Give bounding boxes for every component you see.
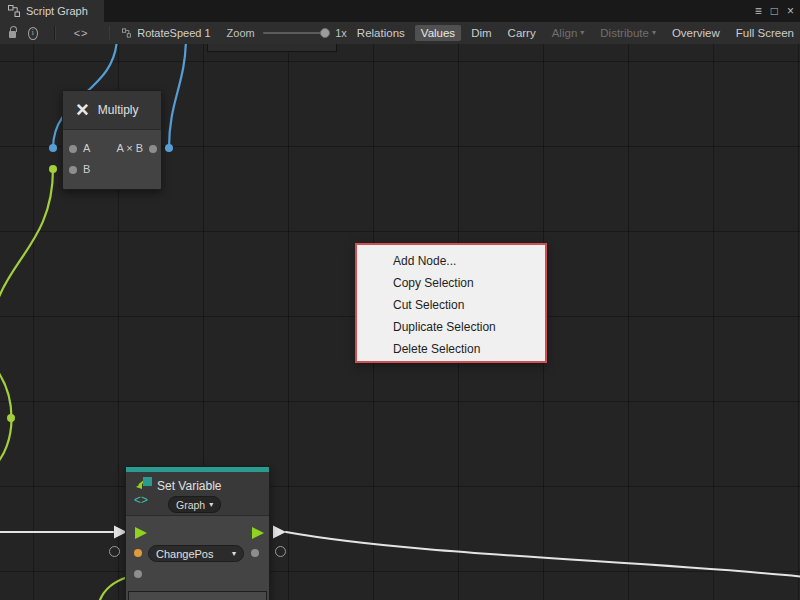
carry-button[interactable]: Carry bbox=[502, 25, 542, 41]
node-multiply-header[interactable]: × Multiply bbox=[63, 91, 161, 130]
window-controls: ≡ □ × bbox=[755, 0, 794, 22]
wire-blue-output bbox=[169, 44, 186, 148]
relations-button[interactable]: Relations bbox=[351, 25, 411, 41]
port-output[interactable] bbox=[149, 145, 157, 153]
menu-item-copy-selection[interactable]: Copy Selection bbox=[357, 272, 545, 294]
zoom-slider-knob[interactable] bbox=[320, 28, 330, 38]
graph-canvas[interactable]: × Multiply A A × B B <> Set Variable Gra… bbox=[0, 44, 800, 600]
port-b-input[interactable] bbox=[69, 166, 77, 174]
toolbar-divider bbox=[54, 26, 56, 40]
port-a-input[interactable] bbox=[69, 145, 77, 153]
menu-item-cut-selection[interactable]: Cut Selection bbox=[357, 294, 545, 316]
variable-scope-dropdown[interactable]: Graph ▾ bbox=[168, 496, 221, 513]
wire-green-b bbox=[0, 169, 53, 344]
maximize-icon[interactable]: □ bbox=[771, 0, 778, 22]
chevron-down-icon: ▾ bbox=[209, 501, 213, 509]
dim-button[interactable]: Dim bbox=[465, 25, 497, 41]
wire-white-flow-out bbox=[286, 532, 800, 577]
distribute-button[interactable]: Distribute ▾ bbox=[594, 25, 662, 41]
context-menu: Add Node... Copy Selection Cut Selection… bbox=[355, 243, 547, 363]
window-menu-icon[interactable]: ≡ bbox=[755, 0, 762, 22]
graph-nodes-icon bbox=[122, 27, 131, 39]
node-set-variable[interactable]: <> Set Variable Graph ▾ ChangePos ▾ bbox=[125, 466, 270, 600]
window-tab-bar: Script Graph ≡ □ × bbox=[0, 0, 800, 22]
wire-endpoint-blue-a[interactable] bbox=[49, 144, 57, 152]
script-graph-icon bbox=[8, 5, 20, 17]
node-title: Multiply bbox=[98, 103, 139, 117]
values-button[interactable]: Values bbox=[415, 25, 461, 41]
menu-item-add-node[interactable]: Add Node... bbox=[357, 250, 545, 272]
menu-item-duplicate-selection[interactable]: Duplicate Selection bbox=[357, 316, 545, 338]
variable-name-dropdown[interactable]: ChangePos ▾ bbox=[148, 545, 244, 562]
code-icon[interactable]: <> bbox=[74, 27, 89, 39]
value-input-port[interactable] bbox=[134, 549, 142, 557]
full-screen-button[interactable]: Full Screen bbox=[730, 25, 800, 41]
zoom-slider[interactable] bbox=[263, 27, 329, 39]
toolbar-divider bbox=[109, 26, 111, 40]
wire-endpoint-green-b[interactable] bbox=[49, 165, 57, 173]
svg-text:<>: <> bbox=[134, 493, 148, 507]
set-variable-icon: <> bbox=[134, 476, 154, 510]
port-b-label: B bbox=[83, 163, 90, 175]
flow-input-port[interactable] bbox=[135, 527, 147, 539]
tab-title: Script Graph bbox=[26, 5, 88, 17]
multiply-icon: × bbox=[76, 99, 89, 121]
wire-endpoint-blue-out[interactable] bbox=[165, 144, 173, 152]
port-a-label: A bbox=[83, 142, 90, 154]
graph-toolbar: <> RotateSpeed 1 Zoom 1x Relations Value… bbox=[0, 22, 800, 45]
fallback-input-port[interactable] bbox=[134, 570, 142, 578]
close-icon[interactable]: × bbox=[787, 0, 794, 22]
flow-arrow-out-icon bbox=[273, 526, 286, 539]
zoom-value: 1x bbox=[335, 27, 347, 39]
node-multiply[interactable]: × Multiply A A × B B bbox=[62, 90, 162, 190]
flow-output-port[interactable] bbox=[252, 527, 264, 539]
zoom-label: Zoom bbox=[227, 27, 255, 39]
port-output-label: A × B bbox=[116, 142, 143, 154]
lock-icon[interactable] bbox=[9, 31, 16, 38]
wire-endpoint-green-left[interactable] bbox=[7, 414, 15, 422]
tab-script-graph[interactable]: Script Graph bbox=[0, 0, 104, 22]
chevron-down-icon: ▾ bbox=[580, 29, 584, 37]
node-footer-section bbox=[128, 591, 267, 600]
overview-button[interactable]: Overview bbox=[666, 25, 726, 41]
menu-item-delete-selection[interactable]: Delete Selection bbox=[357, 338, 545, 360]
partial-node[interactable] bbox=[207, 44, 337, 52]
wire-green-bottom bbox=[100, 577, 128, 600]
value-output-port[interactable] bbox=[251, 549, 259, 557]
info-icon[interactable] bbox=[28, 27, 38, 40]
chevron-down-icon: ▾ bbox=[232, 550, 236, 558]
align-button[interactable]: Align ▾ bbox=[546, 25, 591, 41]
unconnected-port-ring-right[interactable] bbox=[275, 546, 286, 557]
zoom-slider-track bbox=[263, 32, 329, 34]
unconnected-port-ring-left[interactable] bbox=[109, 546, 120, 557]
node-set-variable-header[interactable]: <> Set Variable Graph ▾ bbox=[126, 472, 269, 516]
node-title: Set Variable bbox=[157, 479, 221, 493]
chevron-down-icon: ▾ bbox=[652, 29, 656, 37]
graph-breadcrumb[interactable]: RotateSpeed 1 bbox=[137, 27, 210, 39]
